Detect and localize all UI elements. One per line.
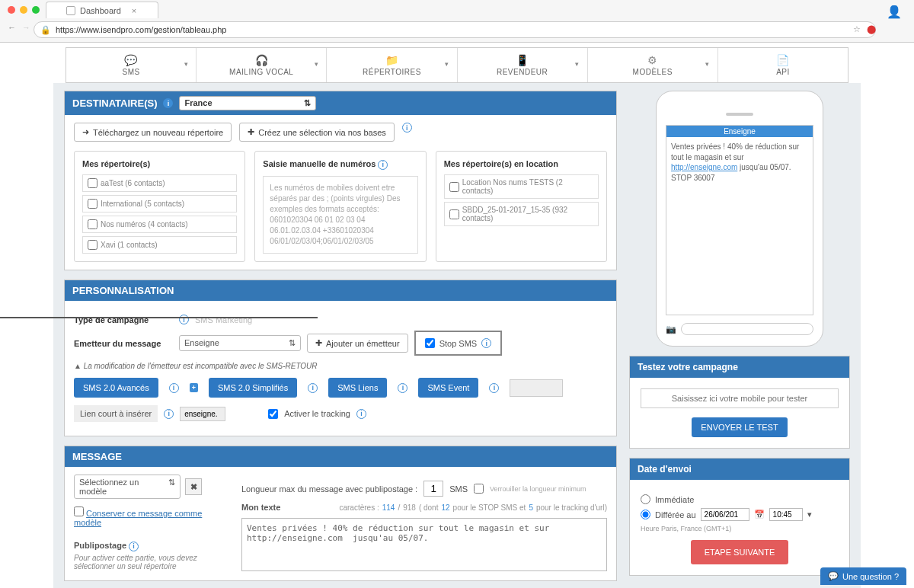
document-icon: 📄	[721, 54, 845, 66]
info-icon[interactable]: i	[402, 123, 412, 133]
browser-tab[interactable]: Dashboard ×	[46, 2, 158, 18]
upload-repertoire-button[interactable]: ➜Téléchargez un nouveau répertoire	[74, 123, 232, 142]
chat-widget[interactable]: 💬 Une question ?	[820, 567, 906, 585]
nav-revendeur[interactable]: 📱REVENDEUR▾	[458, 48, 588, 82]
repertoire-item[interactable]: Nos numéros (4 contacts)	[82, 216, 237, 233]
location-item[interactable]: Location Nos nums TESTS (2 contacts)	[444, 174, 599, 199]
info-icon[interactable]: i	[489, 383, 499, 393]
sms-avances-button[interactable]: SMS 2.0 Avancés	[74, 378, 158, 398]
loc-checkbox[interactable]	[449, 209, 459, 219]
save-model-link[interactable]: Conserver ce message comme modèle	[74, 509, 202, 527]
immediate-radio[interactable]	[641, 494, 650, 504]
sms-simplifies-button[interactable]: SMS 2.0 Simplifiés	[209, 378, 297, 398]
panel-title: MESSAGE	[72, 451, 122, 462]
calendar-icon[interactable]: 📅	[754, 510, 765, 519]
emetteur-select[interactable]: Enseigne⇅	[179, 335, 301, 351]
tab-favicon-icon	[66, 6, 75, 15]
stop-sms-checkbox[interactable]	[425, 338, 435, 348]
info-icon[interactable]: i	[481, 338, 491, 348]
lock-icon: 🔒	[40, 25, 51, 35]
clear-model-button[interactable]: ✖	[185, 478, 202, 495]
address-bar[interactable]: 🔒 https://www.isendpro.com/gestion/table…	[34, 21, 876, 38]
country-select[interactable]: France ⇅	[179, 96, 316, 110]
test-mobile-input[interactable]	[641, 388, 839, 408]
numeros-textarea[interactable]: Les numéros de mobiles doivent etre sépa…	[263, 176, 417, 254]
close-window-icon[interactable]	[8, 6, 15, 14]
chevron-down-icon[interactable]: ▾	[807, 510, 812, 519]
loc-label: Location Nos nums TESTS (2 contacts)	[462, 178, 593, 195]
btn-label: Créez une sélection via nos bases	[258, 128, 386, 137]
tracking-checkbox[interactable]	[268, 409, 278, 419]
repertoire-item[interactable]: aaTest (6 contacts)	[82, 174, 237, 192]
info-icon[interactable]: i	[398, 383, 407, 393]
repertoire-item[interactable]: Xavi (1 contacts)	[82, 236, 237, 254]
nav-mailing[interactable]: 🎧MAILING VOCAL▾	[197, 48, 327, 82]
maximize-window-icon[interactable]	[32, 6, 40, 14]
tab-close-icon[interactable]: ×	[132, 6, 136, 15]
rep-label: Xavi (1 contacts)	[101, 241, 157, 249]
mobile-icon: 📱	[461, 54, 584, 66]
box-title: Saisie manuelle de numéros i	[263, 159, 417, 170]
btn-label: Téléchargez un nouveau répertoire	[93, 128, 223, 137]
saisie-manuelle-box: Saisie manuelle de numéros i Les numéros…	[254, 151, 426, 262]
send-test-button[interactable]: ENVOYER LE TEST	[692, 417, 787, 437]
info-icon[interactable]: i	[164, 409, 174, 419]
forward-icon[interactable]: →	[22, 23, 30, 33]
rep-checkbox[interactable]	[88, 178, 97, 188]
info-icon[interactable]: i	[169, 383, 179, 393]
nav-sms[interactable]: 💬SMS▾	[66, 48, 197, 82]
back-icon[interactable]: ←	[8, 23, 16, 33]
window-controls[interactable]	[8, 6, 40, 14]
create-selection-button[interactable]: ✚Créez une sélection via nos bases	[239, 123, 395, 142]
panel-header: DESTINATAIRE(S) i France ⇅	[65, 91, 616, 115]
time-input[interactable]	[769, 508, 803, 521]
next-step-button[interactable]: ETAPE SUIVANTE	[691, 540, 789, 564]
headset-icon: 🎧	[200, 54, 323, 66]
info-icon[interactable]: i	[179, 315, 189, 324]
pinterest-icon[interactable]: ⬤	[867, 24, 876, 34]
rep-checkbox[interactable]	[88, 219, 97, 229]
rep-checkbox[interactable]	[88, 240, 97, 250]
char-counter: caractères : 114 / 918 ( dont 12 pour le…	[339, 503, 607, 512]
differee-radio[interactable]	[641, 510, 650, 519]
sms-liens-button[interactable]: SMS Liens	[328, 378, 387, 398]
rep-label: Nos numéros (4 contacts)	[101, 220, 188, 228]
lien-court-input[interactable]	[180, 407, 225, 421]
add-emetteur-button[interactable]: ✚Ajouter un émetteur	[307, 334, 408, 353]
nav-api[interactable]: 📄API	[718, 48, 848, 82]
publipostage-label: Publipostage	[74, 541, 126, 550]
info-icon[interactable]: i	[356, 409, 366, 419]
loc-label: SBDD_25-01-2017_15-35 (932 contacts)	[462, 206, 593, 222]
nav-label: MODÈLES	[633, 68, 673, 76]
loc-checkbox[interactable]	[449, 182, 459, 192]
redaction-bar	[0, 317, 318, 318]
btn-label: Ajouter un émetteur	[326, 339, 400, 348]
info-icon[interactable]: i	[163, 98, 173, 108]
date-input[interactable]	[701, 508, 749, 521]
info-icon[interactable]: i	[378, 160, 388, 170]
rep-checkbox[interactable]	[88, 199, 97, 209]
lock-length-checkbox[interactable]	[474, 484, 484, 494]
nav-repertoires[interactable]: 📁RÉPERTOIRES▾	[327, 48, 457, 82]
profile-icon[interactable]: 👤	[887, 5, 902, 19]
minimize-window-icon[interactable]	[20, 6, 27, 14]
sms-stop: STOP 36007	[671, 174, 714, 182]
save-model-checkbox[interactable]	[74, 507, 84, 516]
event-input[interactable]	[510, 379, 563, 397]
model-value: Sélectionnez un modèle	[79, 478, 168, 496]
location-item[interactable]: SBDD_25-01-2017_15-35 (932 contacts)	[444, 202, 599, 226]
sms-event-button[interactable]: SMS Event	[418, 378, 478, 398]
info-icon[interactable]: i	[308, 383, 318, 393]
select-arrows-icon: ⇅	[168, 478, 175, 496]
tab-title: Dashboard	[80, 6, 121, 15]
message-textarea[interactable]	[241, 518, 607, 571]
nav-label: SMS	[123, 68, 140, 76]
info-icon[interactable]: i	[129, 542, 139, 551]
repertoire-item[interactable]: International (5 contacts)	[82, 195, 237, 213]
longueur-input[interactable]	[423, 481, 443, 497]
camera-icon: 📷	[666, 324, 676, 334]
model-select[interactable]: Sélectionnez un modèle⇅	[74, 475, 181, 499]
main-nav: 💬SMS▾ 🎧MAILING VOCAL▾ 📁RÉPERTOIRES▾ 📱REV…	[66, 47, 848, 83]
bookmark-icon[interactable]: ☆	[853, 24, 861, 34]
nav-modeles[interactable]: ⚙MODÈLES▾	[588, 48, 718, 82]
